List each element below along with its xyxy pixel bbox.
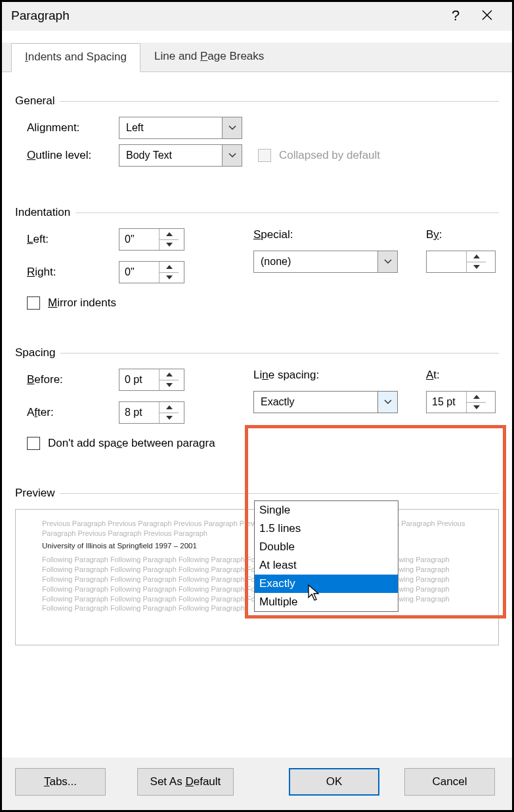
section-label: General [15,94,54,108]
section-indentation: Indentation [15,206,499,219]
checkbox-box [258,149,271,162]
mirror-label: Mirror indents [48,296,116,310]
title-bar: Paragraph ? [2,2,512,31]
dont-add-space-label: Don't add space between paragra [48,437,215,450]
at-spinner[interactable]: 15 pt [426,391,496,413]
indent-left-spinner[interactable]: 0" [119,228,184,251]
after-spinner[interactable]: 8 pt [119,401,184,424]
at-value: 15 pt [427,392,466,413]
chevron-down-icon[interactable] [377,251,397,272]
spin-up-icon[interactable] [467,251,486,262]
dont-add-space-checkbox[interactable]: Don't add space between paragra [27,437,499,450]
section-divider [60,353,499,354]
collapsed-checkbox: Collapsed by default [258,149,380,162]
indent-right-spinner[interactable]: 0" [119,261,184,283]
svg-marker-8 [166,373,173,376]
spin-up-icon[interactable] [160,262,179,272]
dialog-title: Paragraph [11,9,440,23]
tab-strip: Indents and Spacing Line and Page Breaks [2,43,512,71]
tab-label: ndents and Spacing [28,51,127,63]
section-divider [75,213,499,213]
chevron-down-icon[interactable] [377,392,397,413]
chevron-down-icon[interactable] [222,117,242,138]
alignment-combobox[interactable]: Left [119,117,242,139]
spin-down-icon[interactable] [160,380,179,391]
line-spacing-value: Exactly [254,392,377,413]
close-button[interactable] [471,9,503,24]
alignment-label: Alignment: [27,121,119,134]
section-label: Spacing [15,346,55,359]
spin-down-icon[interactable] [467,402,486,413]
line-spacing-combobox[interactable]: Exactly [253,391,398,413]
svg-marker-5 [166,275,173,279]
option-exactly[interactable]: Exactly [255,575,398,593]
spin-down-icon[interactable] [160,413,179,424]
checkbox-box [27,296,40,310]
svg-marker-3 [166,243,173,247]
by-label: By: [426,228,499,241]
indent-left-label: Left: [27,233,119,246]
after-label: After: [27,406,119,419]
by-value [427,251,466,272]
svg-marker-12 [473,395,480,399]
before-spinner[interactable]: 0 pt [119,369,184,391]
svg-marker-7 [473,265,480,269]
spin-up-icon[interactable] [160,402,179,413]
by-spinner[interactable] [426,251,496,273]
spin-up-icon[interactable] [467,392,486,402]
section-divider [60,101,499,102]
svg-marker-13 [473,405,480,409]
at-label: At: [426,369,499,382]
svg-marker-9 [166,383,173,387]
chevron-down-icon[interactable] [222,145,242,166]
paragraph-dialog: Paragraph ? Indents and Spacing Line and… [0,0,514,812]
svg-marker-4 [166,265,173,269]
outline-level-label: Outline level: [27,149,119,162]
before-value: 0 pt [119,369,159,390]
section-spacing: Spacing [15,346,499,359]
indent-left-value: 0" [119,229,159,250]
spin-up-icon[interactable] [160,229,179,239]
set-as-default-button[interactable]: Set As Default [137,768,234,796]
special-label: Special: [253,228,414,241]
spin-down-icon[interactable] [467,262,486,273]
special-combobox[interactable]: (none) [253,251,398,273]
spin-up-icon[interactable] [160,369,179,380]
option-single[interactable]: Single [255,501,398,519]
tab-line-page-breaks[interactable]: Line and Page Breaks [140,43,278,71]
mirror-indents-checkbox[interactable]: Mirror indents [27,296,499,310]
option-1-5-lines[interactable]: 1.5 lines [255,519,398,538]
tabs-button[interactable]: Tabs... [15,768,106,796]
section-divider [60,493,499,494]
dialog-footer: Tabs... Set As Default OK Cancel [2,758,512,810]
section-label: Indentation [15,206,70,219]
help-button[interactable]: ? [440,7,471,24]
cursor-icon [308,584,321,603]
svg-marker-10 [166,405,173,409]
tab-indents-spacing[interactable]: Indents and Spacing [11,43,140,72]
before-label: Before: [27,373,119,386]
collapsed-label: Collapsed by default [279,149,380,162]
outline-level-combobox[interactable]: Body Text [119,144,242,167]
spin-down-icon[interactable] [160,272,179,283]
line-spacing-dropdown-list[interactable]: Single 1.5 lines Double At least Exactly… [254,500,398,612]
line-spacing-label: Line spacing: [253,369,414,382]
svg-marker-2 [166,232,173,236]
after-value: 8 pt [119,402,159,423]
checkbox-box [27,437,40,450]
cancel-button[interactable]: Cancel [404,768,495,796]
section-label: Preview [15,487,54,500]
section-general: General [15,94,499,108]
svg-marker-11 [166,416,173,420]
outline-level-value: Body Text [119,145,222,166]
ok-button[interactable]: OK [289,768,379,796]
option-double[interactable]: Double [255,538,398,556]
option-multiple[interactable]: Multiple [255,593,398,611]
alignment-value: Left [119,117,222,138]
indent-right-label: Right: [27,266,119,279]
indent-right-value: 0" [119,262,159,283]
spin-down-icon[interactable] [160,239,179,251]
section-preview: Preview [15,487,499,500]
option-at-least[interactable]: At least [255,556,398,575]
special-value: (none) [254,251,377,272]
